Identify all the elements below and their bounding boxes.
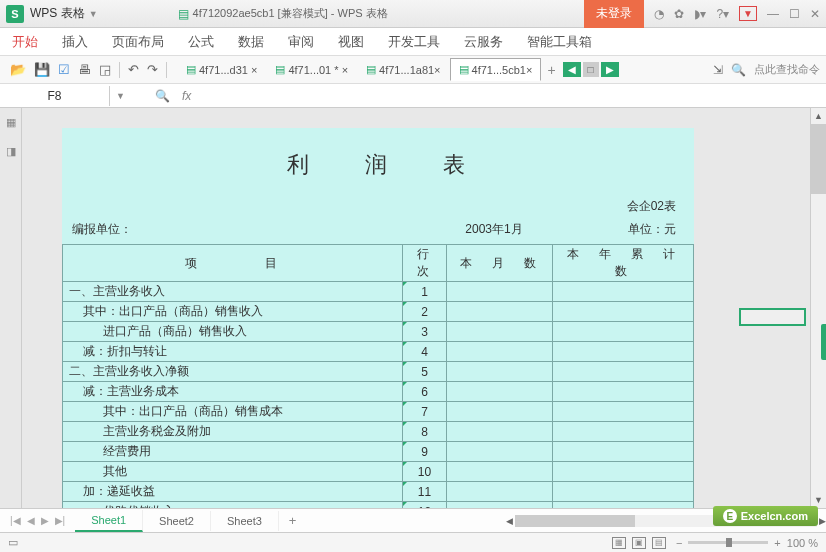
cell-month[interactable] [447,482,553,502]
redo-icon[interactable]: ↷ [147,62,158,77]
panel-icon[interactable]: ◨ [6,145,16,158]
cell-year[interactable] [553,362,694,382]
ruler-icon[interactable]: ▦ [6,116,16,129]
table-row[interactable]: 一、主营业务收入 1 [63,282,694,302]
menu-review[interactable]: 审阅 [288,33,314,51]
print-icon[interactable]: 🖶 [78,62,91,77]
doc-tab-4[interactable]: ▤4f71...5cb1× [450,58,542,81]
cell-year[interactable] [553,382,694,402]
table-row[interactable]: 加：递延收益 11 [63,482,694,502]
table-row[interactable]: 主营业务税金及附加 8 [63,422,694,442]
tab-next-icon[interactable]: ▶ [601,62,619,77]
menu-dev[interactable]: 开发工具 [388,33,440,51]
cell-year[interactable] [553,402,694,422]
cell-row-num[interactable]: 12 [403,502,447,509]
cell-year[interactable] [553,422,694,442]
cell-item[interactable]: 减：主营业务成本 [63,382,403,402]
save-icon[interactable]: 💾 [34,62,50,77]
cell-year[interactable] [553,282,694,302]
cell-row-num[interactable]: 11 [403,482,447,502]
cell-year[interactable] [553,442,694,462]
close-icon[interactable]: ✕ [810,7,820,21]
app-dropdown-icon[interactable]: ▼ [89,9,98,19]
cell-item[interactable]: 进口产品（商品）销售收入 [63,322,403,342]
table-row[interactable]: 进口产品（商品）销售收入 3 [63,322,694,342]
cell-row-num[interactable]: 10 [403,462,447,482]
table-row[interactable]: 减：主营业务成本 6 [63,382,694,402]
table-row[interactable]: 二、主营业务收入净额 5 [63,362,694,382]
menu-layout[interactable]: 页面布局 [112,33,164,51]
cell-item[interactable]: 其他 [63,462,403,482]
fx-icon[interactable]: fx [182,89,191,103]
cell-month[interactable] [447,322,553,342]
cell-row-num[interactable]: 5 [403,362,447,382]
menu-tools[interactable]: 智能工具箱 [527,33,592,51]
cell-row-num[interactable]: 1 [403,282,447,302]
cell-month[interactable] [447,382,553,402]
cell-month[interactable] [447,402,553,422]
cell-month[interactable] [447,282,553,302]
scroll-left-icon[interactable]: ◀ [506,513,513,529]
cell-reference[interactable]: F8 [0,86,110,106]
cell-row-num[interactable]: 8 [403,422,447,442]
table-row[interactable]: 减：折扣与转让 4 [63,342,694,362]
cell-month[interactable] [447,422,553,442]
cell-month[interactable] [447,442,553,462]
cell-month[interactable] [447,462,553,482]
sheet-first-icon[interactable]: |◀ [10,515,21,526]
cell-year[interactable] [553,482,694,502]
minimize-icon[interactable]: — [767,7,779,21]
saveas-icon[interactable]: ☑ [58,62,70,77]
sheet-tab-1[interactable]: Sheet1 [75,510,143,532]
open-icon[interactable]: 📂 [10,62,26,77]
cell-item[interactable]: 一、主营业务收入 [63,282,403,302]
cell-item[interactable]: 其中：出口产品（商品）销售成本 [63,402,403,422]
cell-item[interactable]: 加：递延收益 [63,482,403,502]
cell-year[interactable] [553,502,694,509]
doc-tab-3[interactable]: ▤4f71...1a81× [357,58,449,81]
menu-view[interactable]: 视图 [338,33,364,51]
zoom-level[interactable]: 100 % [787,537,818,549]
cell-month[interactable] [447,362,553,382]
undo-icon[interactable]: ↶ [128,62,139,77]
cell-item[interactable]: 二、主营业务收入净额 [63,362,403,382]
cell-row-num[interactable]: 3 [403,322,447,342]
profit-table[interactable]: 项 目 行 次 本 月 数 本 年 累 计 数 一、主营业务收入 1 其中：出口… [62,244,694,508]
doc-tab-1[interactable]: ▤4f71...d31 × [177,58,266,81]
cell-item[interactable]: 其中：出口产品（商品）销售收入 [63,302,403,322]
cell-month[interactable] [447,342,553,362]
maximize-icon[interactable]: ☐ [789,7,800,21]
h-scroll-thumb[interactable] [515,515,635,527]
help-icon[interactable]: ?▾ [716,7,729,21]
cell-row-num[interactable]: 7 [403,402,447,422]
sheet-tab-3[interactable]: Sheet3 [211,511,279,531]
theme-icon[interactable]: ◗▾ [694,7,706,21]
cell-year[interactable] [553,342,694,362]
table-row[interactable]: 其中：出口产品（商品）销售成本 7 [63,402,694,422]
zoom-out-icon[interactable]: − [676,537,682,549]
cell-row-num[interactable]: 6 [403,382,447,402]
zoom-fx-icon[interactable]: 🔍 [155,89,170,103]
cell-row-num[interactable]: 2 [403,302,447,322]
cell-item[interactable]: 经营费用 [63,442,403,462]
search-input[interactable]: 点此查找命令 [754,62,820,77]
cell-year[interactable] [553,322,694,342]
menu-data[interactable]: 数据 [238,33,264,51]
cell-row-num[interactable]: 4 [403,342,447,362]
view-break-icon[interactable]: ▤ [652,537,666,549]
table-row[interactable]: 代购代销收入 12 [63,502,694,509]
expand-icon[interactable]: ⇲ [713,63,723,77]
search-icon[interactable]: 🔍 [731,63,746,77]
table-row[interactable]: 其他 10 [63,462,694,482]
zoom-slider[interactable] [688,541,768,544]
cell-month[interactable] [447,302,553,322]
menu-formula[interactable]: 公式 [188,33,214,51]
sheet-next-icon[interactable]: ▶ [41,515,49,526]
sheet-tab-2[interactable]: Sheet2 [143,511,211,531]
sheet-last-icon[interactable]: ▶| [55,515,66,526]
notify-icon[interactable]: ▼ [739,6,757,21]
scroll-up-icon[interactable]: ▲ [811,108,826,124]
view-page-icon[interactable]: ▣ [632,537,646,549]
preview-icon[interactable]: ◲ [99,62,111,77]
cell-year[interactable] [553,302,694,322]
